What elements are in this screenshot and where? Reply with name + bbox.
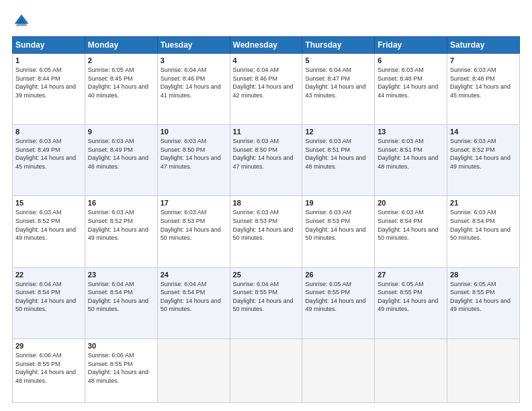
calendar-day-15: 15 Sunrise: 6:03 AMSunset: 8:52 PMDaylig… <box>13 196 85 267</box>
day-info: Sunrise: 6:03 AMSunset: 8:50 PMDaylight:… <box>233 138 294 170</box>
day-info: Sunrise: 6:03 AMSunset: 8:48 PMDaylight:… <box>378 66 438 99</box>
day-info: Sunrise: 6:06 AMSunset: 8:55 PMDaylight:… <box>88 352 148 384</box>
day-info: Sunrise: 6:03 AMSunset: 8:53 PMDaylight:… <box>233 209 294 241</box>
calendar-header-wednesday: Wednesday <box>230 37 302 54</box>
day-number: 29 <box>15 342 82 350</box>
calendar-day-29: 29 Sunrise: 6:06 AMSunset: 8:55 PMDaylig… <box>13 338 85 402</box>
day-number: 21 <box>450 199 517 207</box>
calendar-day-2: 2 Sunrise: 6:05 AMSunset: 8:45 PMDayligh… <box>85 54 157 125</box>
calendar-day-7: 7 Sunrise: 6:03 AMSunset: 8:48 PMDayligh… <box>447 54 520 125</box>
header <box>12 12 520 31</box>
calendar-day-12: 12 Sunrise: 6:03 AMSunset: 8:51 PMDaylig… <box>302 125 375 196</box>
calendar-week-3: 15 Sunrise: 6:03 AMSunset: 8:52 PMDaylig… <box>13 196 520 267</box>
day-number: 4 <box>233 56 300 64</box>
calendar-header-saturday: Saturday <box>447 37 520 54</box>
day-number: 25 <box>233 271 300 279</box>
calendar-day-17: 17 Sunrise: 6:03 AMSunset: 8:53 PMDaylig… <box>157 196 230 267</box>
day-info: Sunrise: 6:03 AMSunset: 8:48 PMDaylight:… <box>450 66 511 99</box>
day-number: 24 <box>161 271 227 279</box>
calendar-table: SundayMondayTuesdayWednesdayThursdayFrid… <box>12 36 520 403</box>
calendar-day-14: 14 Sunrise: 6:03 AMSunset: 8:52 PMDaylig… <box>447 125 520 196</box>
day-info: Sunrise: 6:05 AMSunset: 8:44 PMDaylight:… <box>15 66 76 99</box>
calendar-week-5: 29 Sunrise: 6:06 AMSunset: 8:55 PMDaylig… <box>13 338 520 402</box>
calendar-day-27: 27 Sunrise: 6:05 AMSunset: 8:55 PMDaylig… <box>375 267 447 338</box>
day-number: 27 <box>378 271 444 279</box>
calendar-header-friday: Friday <box>375 37 447 54</box>
day-number: 28 <box>450 271 517 279</box>
day-number: 8 <box>15 128 82 136</box>
calendar-day-21: 21 Sunrise: 6:03 AMSunset: 8:54 PMDaylig… <box>447 196 520 267</box>
day-number: 23 <box>88 271 154 279</box>
day-info: Sunrise: 6:03 AMSunset: 8:54 PMDaylight:… <box>378 209 438 241</box>
calendar-day-22: 22 Sunrise: 6:04 AMSunset: 8:54 PMDaylig… <box>13 267 85 338</box>
calendar-day-18: 18 Sunrise: 6:03 AMSunset: 8:53 PMDaylig… <box>230 196 302 267</box>
calendar-header-monday: Monday <box>85 37 157 54</box>
day-info: Sunrise: 6:03 AMSunset: 8:50 PMDaylight:… <box>161 138 221 170</box>
day-info: Sunrise: 6:04 AMSunset: 8:46 PMDaylight:… <box>233 66 294 99</box>
calendar-day-13: 13 Sunrise: 6:03 AMSunset: 8:51 PMDaylig… <box>375 125 447 196</box>
calendar-day-3: 3 Sunrise: 6:04 AMSunset: 8:46 PMDayligh… <box>157 54 230 125</box>
calendar-empty-cell <box>447 338 520 402</box>
calendar-day-30: 30 Sunrise: 6:06 AMSunset: 8:55 PMDaylig… <box>85 338 157 402</box>
calendar-day-4: 4 Sunrise: 6:04 AMSunset: 8:46 PMDayligh… <box>230 54 302 125</box>
calendar-day-16: 16 Sunrise: 6:03 AMSunset: 8:52 PMDaylig… <box>85 196 157 267</box>
day-number: 22 <box>15 271 82 279</box>
day-info: Sunrise: 6:04 AMSunset: 8:55 PMDaylight:… <box>233 281 294 313</box>
day-number: 16 <box>88 199 154 207</box>
logo-icon <box>12 12 31 31</box>
calendar-week-4: 22 Sunrise: 6:04 AMSunset: 8:54 PMDaylig… <box>13 267 520 338</box>
calendar-empty-cell <box>157 338 230 402</box>
day-info: Sunrise: 6:03 AMSunset: 8:54 PMDaylight:… <box>450 209 511 241</box>
page: SundayMondayTuesdayWednesdayThursdayFrid… <box>0 0 532 411</box>
day-number: 14 <box>450 128 517 136</box>
day-info: Sunrise: 6:05 AMSunset: 8:55 PMDaylight:… <box>378 281 438 313</box>
day-info: Sunrise: 6:03 AMSunset: 8:52 PMDaylight:… <box>15 209 76 241</box>
calendar-day-11: 11 Sunrise: 6:03 AMSunset: 8:50 PMDaylig… <box>230 125 302 196</box>
day-number: 15 <box>15 199 82 207</box>
calendar-empty-cell <box>230 338 302 402</box>
calendar-day-25: 25 Sunrise: 6:04 AMSunset: 8:55 PMDaylig… <box>230 267 302 338</box>
calendar-header-tuesday: Tuesday <box>157 37 230 54</box>
day-number: 17 <box>161 199 227 207</box>
day-number: 2 <box>88 56 154 64</box>
day-number: 26 <box>305 271 371 279</box>
day-number: 5 <box>305 56 371 64</box>
day-number: 3 <box>161 56 227 64</box>
calendar-day-19: 19 Sunrise: 6:03 AMSunset: 8:53 PMDaylig… <box>302 196 375 267</box>
logo <box>12 12 34 31</box>
day-number: 18 <box>233 199 300 207</box>
day-info: Sunrise: 6:03 AMSunset: 8:51 PMDaylight:… <box>305 138 365 170</box>
day-number: 1 <box>15 56 82 64</box>
day-number: 9 <box>88 128 154 136</box>
calendar-day-20: 20 Sunrise: 6:03 AMSunset: 8:54 PMDaylig… <box>375 196 447 267</box>
calendar-day-8: 8 Sunrise: 6:03 AMSunset: 8:49 PMDayligh… <box>13 125 85 196</box>
day-info: Sunrise: 6:03 AMSunset: 8:52 PMDaylight:… <box>88 209 148 241</box>
day-info: Sunrise: 6:04 AMSunset: 8:54 PMDaylight:… <box>88 281 148 313</box>
day-info: Sunrise: 6:03 AMSunset: 8:53 PMDaylight:… <box>161 209 221 241</box>
calendar-day-9: 9 Sunrise: 6:03 AMSunset: 8:49 PMDayligh… <box>85 125 157 196</box>
day-info: Sunrise: 6:04 AMSunset: 8:54 PMDaylight:… <box>161 281 221 313</box>
day-info: Sunrise: 6:04 AMSunset: 8:54 PMDaylight:… <box>15 281 76 313</box>
day-info: Sunrise: 6:05 AMSunset: 8:45 PMDaylight:… <box>88 66 148 99</box>
calendar-day-23: 23 Sunrise: 6:04 AMSunset: 8:54 PMDaylig… <box>85 267 157 338</box>
day-info: Sunrise: 6:05 AMSunset: 8:55 PMDaylight:… <box>450 281 511 313</box>
calendar-header-thursday: Thursday <box>302 37 375 54</box>
calendar-day-5: 5 Sunrise: 6:04 AMSunset: 8:47 PMDayligh… <box>302 54 375 125</box>
day-info: Sunrise: 6:03 AMSunset: 8:52 PMDaylight:… <box>450 138 511 170</box>
calendar-week-2: 8 Sunrise: 6:03 AMSunset: 8:49 PMDayligh… <box>13 125 520 196</box>
calendar-day-1: 1 Sunrise: 6:05 AMSunset: 8:44 PMDayligh… <box>13 54 85 125</box>
calendar-empty-cell <box>302 338 375 402</box>
calendar-empty-cell <box>375 338 447 402</box>
day-number: 20 <box>378 199 444 207</box>
day-info: Sunrise: 6:04 AMSunset: 8:47 PMDaylight:… <box>305 66 365 99</box>
day-info: Sunrise: 6:06 AMSunset: 8:55 PMDaylight:… <box>15 352 76 384</box>
calendar-day-6: 6 Sunrise: 6:03 AMSunset: 8:48 PMDayligh… <box>375 54 447 125</box>
day-info: Sunrise: 6:03 AMSunset: 8:49 PMDaylight:… <box>15 138 76 170</box>
day-number: 12 <box>305 128 371 136</box>
calendar-header-sunday: Sunday <box>13 37 85 54</box>
calendar-week-1: 1 Sunrise: 6:05 AMSunset: 8:44 PMDayligh… <box>13 54 520 125</box>
calendar-day-26: 26 Sunrise: 6:05 AMSunset: 8:55 PMDaylig… <box>302 267 375 338</box>
day-info: Sunrise: 6:03 AMSunset: 8:53 PMDaylight:… <box>305 209 365 241</box>
calendar-header-row: SundayMondayTuesdayWednesdayThursdayFrid… <box>13 37 520 54</box>
calendar-day-24: 24 Sunrise: 6:04 AMSunset: 8:54 PMDaylig… <box>157 267 230 338</box>
